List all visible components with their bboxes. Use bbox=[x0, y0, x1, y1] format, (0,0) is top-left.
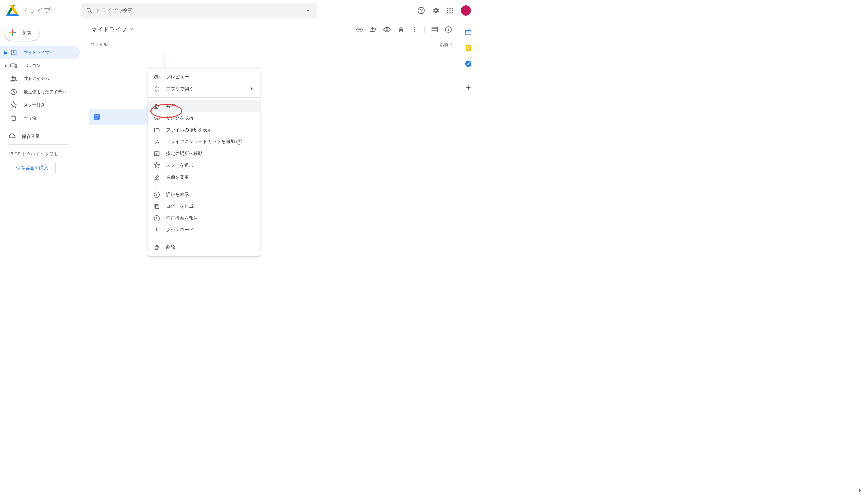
sidebar-item-storage[interactable]: 保存容量 bbox=[9, 130, 79, 144]
add-addon-icon[interactable] bbox=[462, 81, 475, 94]
sort-button[interactable]: 名前 ↑ bbox=[440, 42, 453, 47]
ctx-get-link[interactable]: リンクを取得 bbox=[148, 112, 260, 124]
header: ドライブ bbox=[0, 0, 477, 21]
info-icon[interactable] bbox=[442, 23, 455, 36]
copy-icon bbox=[153, 203, 160, 210]
clock-icon bbox=[10, 88, 18, 96]
sidebar-item-recent[interactable]: 最近使用したアイテム bbox=[0, 85, 80, 99]
delete-icon[interactable] bbox=[394, 23, 408, 36]
ctx-move-to[interactable]: 指定の場所へ移動 bbox=[148, 148, 260, 159]
my-drive-icon bbox=[10, 48, 18, 56]
sidebar-item-label: 最近使用したアイテム bbox=[24, 89, 66, 95]
svg-marker-0 bbox=[7, 6, 13, 14]
svg-point-10 bbox=[452, 10, 453, 11]
caret-right-icon: ▸ bbox=[4, 63, 8, 68]
svg-rect-16 bbox=[15, 65, 17, 67]
help-icon: ? bbox=[236, 139, 242, 145]
drive-logo-icon bbox=[5, 4, 20, 17]
svg-point-13 bbox=[452, 12, 453, 13]
ctx-make-copy[interactable]: コピーを作成 bbox=[148, 201, 260, 212]
svg-point-20 bbox=[371, 27, 374, 30]
ctx-report[interactable]: 不正行為を報告 bbox=[148, 212, 260, 224]
ctx-label: リンクを取得 bbox=[166, 115, 254, 121]
person-add-icon bbox=[153, 103, 160, 110]
search-icon[interactable] bbox=[83, 4, 96, 17]
sort-label: 名前 bbox=[440, 42, 448, 47]
sidebar-item-label: ゴミ箱 bbox=[24, 115, 36, 121]
shortcut-icon bbox=[153, 139, 160, 145]
svg-point-12 bbox=[450, 12, 451, 13]
svg-point-9 bbox=[450, 10, 451, 11]
svg-point-7 bbox=[452, 8, 453, 9]
settings-icon[interactable] bbox=[429, 4, 442, 17]
account-avatar[interactable] bbox=[460, 5, 471, 16]
svg-rect-33 bbox=[155, 152, 159, 156]
ctx-label: プレビュー bbox=[166, 74, 254, 80]
ctx-show-location[interactable]: ファイルの場所を表示 bbox=[148, 124, 260, 136]
svg-rect-42 bbox=[468, 48, 469, 49]
ctx-label: 指定の場所へ移動 bbox=[166, 151, 254, 157]
arrow-up-icon: ↑ bbox=[451, 42, 453, 47]
ctx-download[interactable]: ダウンロード bbox=[148, 224, 260, 236]
sidebar: 新規 ▶ マイドライブ ▸ パソコン 共有アイテム bbox=[0, 21, 84, 271]
ctx-share[interactable]: 共有 bbox=[148, 100, 260, 112]
ctx-details[interactable]: 詳細を表示 bbox=[148, 189, 260, 201]
caret-right-icon: ▶ bbox=[4, 50, 8, 55]
apps-icon[interactable] bbox=[443, 4, 457, 17]
svg-rect-40 bbox=[466, 45, 471, 51]
star-icon bbox=[153, 162, 160, 169]
ctx-preview[interactable]: プレビュー bbox=[148, 71, 260, 83]
ctx-open-with[interactable]: アプリで開く bbox=[148, 83, 260, 95]
folder-icon bbox=[153, 127, 160, 133]
ctx-label: 不正行為を報告 bbox=[166, 215, 254, 221]
svg-point-4 bbox=[421, 12, 422, 12]
keep-icon[interactable] bbox=[462, 41, 475, 55]
buy-storage-button[interactable]: 保存容量を購入 bbox=[9, 162, 56, 174]
svg-point-8 bbox=[447, 10, 448, 11]
menu-divider bbox=[148, 98, 260, 98]
ctx-label: ドライブにショートカットを追加? bbox=[166, 139, 254, 145]
plus-icon bbox=[6, 27, 18, 39]
tasks-icon[interactable] bbox=[462, 57, 475, 70]
get-link-icon[interactable] bbox=[353, 23, 366, 36]
brand-name: ドライブ bbox=[20, 5, 51, 15]
ctx-add-star[interactable]: スターを追加 bbox=[148, 159, 260, 171]
sidebar-item-label: スター付き bbox=[24, 102, 45, 108]
section-label: ファイル bbox=[90, 42, 107, 47]
search-options-icon[interactable] bbox=[302, 4, 315, 17]
sidebar-item-computers[interactable]: ▸ パソコン bbox=[0, 59, 80, 72]
menu-divider bbox=[148, 239, 260, 239]
calendar-icon[interactable]: 31 bbox=[462, 26, 475, 39]
preview-icon[interactable] bbox=[381, 23, 394, 36]
sidebar-item-trash[interactable]: ゴミ箱 bbox=[0, 112, 80, 125]
ctx-add-shortcut[interactable]: ドライブにショートカットを追加? bbox=[148, 136, 260, 148]
svg-rect-38 bbox=[466, 30, 471, 31]
ctx-remove[interactable]: 削除 bbox=[148, 242, 260, 253]
sidebar-item-starred[interactable]: スター付き bbox=[0, 99, 80, 112]
storage-meter bbox=[9, 144, 68, 145]
support-icon[interactable] bbox=[415, 4, 428, 17]
trash-icon bbox=[153, 244, 160, 251]
ctx-label: スターを追加 bbox=[166, 162, 254, 168]
list-view-icon[interactable] bbox=[428, 23, 441, 36]
devices-icon bbox=[10, 62, 18, 70]
brand[interactable]: ドライブ bbox=[3, 4, 81, 17]
svg-point-24 bbox=[414, 31, 415, 32]
eye-icon bbox=[153, 74, 160, 81]
sidebar-item-my-drive[interactable]: ▶ マイドライブ bbox=[0, 46, 80, 59]
sidebar-item-shared[interactable]: 共有アイテム bbox=[0, 72, 80, 85]
search-bar[interactable] bbox=[81, 3, 317, 18]
share-icon[interactable] bbox=[367, 23, 380, 36]
svg-text:31: 31 bbox=[467, 32, 470, 35]
sidebar-divider bbox=[0, 126, 84, 126]
svg-rect-29 bbox=[95, 116, 99, 117]
new-button[interactable]: 新規 bbox=[4, 25, 39, 41]
search-input[interactable] bbox=[96, 8, 302, 13]
ctx-label: 名前を変更 bbox=[166, 174, 254, 180]
main: マイドライブ ファイル 名前 bbox=[84, 21, 459, 271]
info-icon bbox=[153, 191, 160, 198]
ctx-rename[interactable]: 名前を変更 bbox=[148, 171, 260, 183]
breadcrumb[interactable]: マイドライブ bbox=[90, 24, 135, 35]
svg-point-21 bbox=[386, 29, 388, 30]
more-icon[interactable] bbox=[408, 23, 421, 36]
